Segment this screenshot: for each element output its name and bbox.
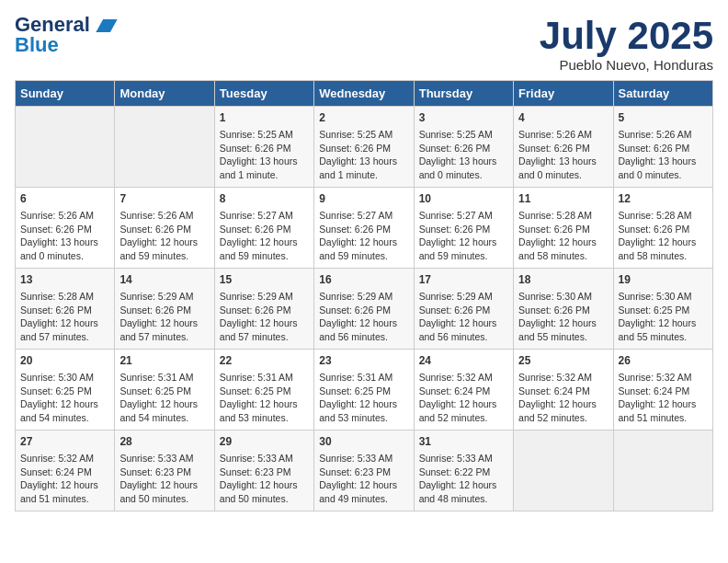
day-cell-12: 12Sunrise: 5:28 AMSunset: 6:26 PMDayligh…: [613, 188, 712, 269]
sunrise-text: Sunrise: 5:31 AM: [119, 372, 193, 383]
sunset-text: Sunset: 6:25 PM: [119, 385, 191, 396]
daylight-text: Daylight: 12 hours and 49 minutes.: [319, 479, 397, 504]
sunset-text: Sunset: 6:22 PM: [419, 466, 491, 477]
day-cell-26: 26Sunrise: 5:32 AMSunset: 6:24 PMDayligh…: [613, 350, 712, 431]
day-cell-1: 1Sunrise: 5:25 AMSunset: 6:26 PMDaylight…: [214, 107, 313, 188]
day-number: 1: [220, 110, 309, 126]
day-number: 13: [20, 272, 109, 288]
header-friday: Friday: [514, 81, 613, 107]
day-number: 23: [319, 353, 408, 369]
day-number: 24: [419, 353, 508, 369]
sunrise-text: Sunrise: 5:30 AM: [619, 291, 692, 302]
daylight-text: Daylight: 12 hours and 58 minutes.: [518, 236, 597, 261]
sunset-text: Sunset: 6:26 PM: [419, 143, 491, 154]
week-row-4: 20Sunrise: 5:30 AMSunset: 6:25 PMDayligh…: [16, 350, 713, 431]
sunrise-text: Sunrise: 5:26 AM: [619, 129, 692, 140]
sunset-text: Sunset: 6:23 PM: [319, 466, 391, 477]
day-cell-19: 19Sunrise: 5:30 AMSunset: 6:25 PMDayligh…: [613, 269, 712, 350]
sunrise-text: Sunrise: 5:26 AM: [119, 210, 193, 221]
sunrise-text: Sunrise: 5:29 AM: [220, 291, 293, 302]
svg-marker-0: [96, 19, 117, 32]
empty-cell: [613, 431, 712, 511]
daylight-text: Daylight: 12 hours and 59 minutes.: [319, 236, 397, 261]
sunrise-text: Sunrise: 5:29 AM: [119, 291, 193, 302]
day-cell-7: 7Sunrise: 5:26 AMSunset: 6:26 PMDaylight…: [115, 188, 214, 269]
day-cell-23: 23Sunrise: 5:31 AMSunset: 6:25 PMDayligh…: [314, 350, 414, 431]
sunrise-text: Sunrise: 5:32 AM: [419, 372, 493, 383]
day-cell-28: 28Sunrise: 5:33 AMSunset: 6:23 PMDayligh…: [115, 431, 214, 511]
sunrise-text: Sunrise: 5:32 AM: [619, 372, 692, 383]
daylight-text: Daylight: 12 hours and 57 minutes.: [220, 317, 298, 342]
day-number: 3: [419, 110, 508, 126]
daylight-text: Daylight: 12 hours and 48 minutes.: [419, 479, 497, 504]
sunrise-text: Sunrise: 5:33 AM: [419, 453, 493, 464]
sunset-text: Sunset: 6:26 PM: [619, 143, 690, 154]
sunset-text: Sunset: 6:24 PM: [518, 385, 590, 396]
day-cell-16: 16Sunrise: 5:29 AMSunset: 6:26 PMDayligh…: [314, 269, 414, 350]
day-number: 28: [119, 434, 209, 450]
sunset-text: Sunset: 6:26 PM: [518, 143, 590, 154]
sunrise-text: Sunrise: 5:28 AM: [20, 291, 94, 302]
sunset-text: Sunset: 6:26 PM: [419, 304, 491, 316]
sunrise-text: Sunrise: 5:31 AM: [220, 372, 293, 383]
sunrise-text: Sunrise: 5:26 AM: [518, 129, 592, 140]
day-cell-3: 3Sunrise: 5:25 AMSunset: 6:26 PMDaylight…: [414, 107, 513, 188]
day-cell-9: 9Sunrise: 5:27 AMSunset: 6:26 PMDaylight…: [314, 188, 414, 269]
day-number: 21: [119, 353, 209, 369]
day-number: 5: [619, 110, 708, 126]
sunrise-text: Sunrise: 5:30 AM: [518, 291, 592, 302]
day-number: 20: [20, 353, 109, 369]
sunset-text: Sunset: 6:26 PM: [518, 304, 590, 316]
daylight-text: Daylight: 12 hours and 51 minutes.: [619, 398, 697, 423]
sunset-text: Sunset: 6:26 PM: [119, 224, 191, 235]
day-number: 19: [619, 272, 708, 288]
daylight-text: Daylight: 12 hours and 54 minutes.: [119, 398, 198, 423]
sunrise-text: Sunrise: 5:25 AM: [220, 129, 293, 140]
sunset-text: Sunset: 6:25 PM: [220, 385, 291, 396]
day-number: 25: [518, 353, 608, 369]
logo: General Blue: [15, 15, 118, 55]
sunset-text: Sunset: 6:26 PM: [119, 304, 191, 316]
header-saturday: Saturday: [613, 81, 712, 107]
sunrise-text: Sunrise: 5:29 AM: [319, 291, 392, 302]
day-number: 16: [319, 272, 408, 288]
day-number: 6: [20, 191, 109, 207]
day-number: 7: [119, 191, 209, 207]
daylight-text: Daylight: 12 hours and 57 minutes.: [119, 317, 198, 342]
day-cell-20: 20Sunrise: 5:30 AMSunset: 6:25 PMDayligh…: [16, 350, 115, 431]
sunset-text: Sunset: 6:26 PM: [319, 304, 391, 316]
sunrise-text: Sunrise: 5:27 AM: [419, 210, 493, 221]
day-number: 14: [119, 272, 209, 288]
day-cell-5: 5Sunrise: 5:26 AMSunset: 6:26 PMDaylight…: [613, 107, 712, 188]
header-thursday: Thursday: [414, 81, 513, 107]
day-number: 9: [319, 191, 408, 207]
header-sunday: Sunday: [16, 81, 115, 107]
day-cell-21: 21Sunrise: 5:31 AMSunset: 6:25 PMDayligh…: [115, 350, 214, 431]
sunrise-text: Sunrise: 5:25 AM: [419, 129, 493, 140]
sunrise-text: Sunrise: 5:28 AM: [518, 210, 592, 221]
header: General Blue July 2025 Pueblo Nuevo, Hon…: [15, 15, 713, 73]
sunset-text: Sunset: 6:26 PM: [619, 224, 690, 235]
calendar-table: SundayMondayTuesdayWednesdayThursdayFrid…: [15, 80, 713, 511]
logo-general: General: [15, 15, 118, 35]
sunrise-text: Sunrise: 5:31 AM: [319, 372, 392, 383]
day-cell-13: 13Sunrise: 5:28 AMSunset: 6:26 PMDayligh…: [16, 269, 115, 350]
week-row-3: 13Sunrise: 5:28 AMSunset: 6:26 PMDayligh…: [16, 269, 713, 350]
day-cell-25: 25Sunrise: 5:32 AMSunset: 6:24 PMDayligh…: [514, 350, 613, 431]
daylight-text: Daylight: 13 hours and 1 minute.: [319, 155, 397, 180]
day-cell-4: 4Sunrise: 5:26 AMSunset: 6:26 PMDaylight…: [514, 107, 613, 188]
week-row-1: 1Sunrise: 5:25 AMSunset: 6:26 PMDaylight…: [16, 107, 713, 188]
daylight-text: Daylight: 12 hours and 56 minutes.: [319, 317, 397, 342]
header-tuesday: Tuesday: [214, 81, 313, 107]
day-cell-24: 24Sunrise: 5:32 AMSunset: 6:24 PMDayligh…: [414, 350, 513, 431]
sunset-text: Sunset: 6:25 PM: [20, 385, 92, 396]
subtitle: Pueblo Nuevo, Honduras: [540, 57, 713, 73]
sunset-text: Sunset: 6:25 PM: [319, 385, 391, 396]
daylight-text: Daylight: 12 hours and 53 minutes.: [319, 398, 397, 423]
sunset-text: Sunset: 6:26 PM: [419, 224, 491, 235]
sunset-text: Sunset: 6:24 PM: [619, 385, 690, 396]
day-number: 12: [619, 191, 708, 207]
sunrise-text: Sunrise: 5:33 AM: [220, 453, 293, 464]
day-cell-15: 15Sunrise: 5:29 AMSunset: 6:26 PMDayligh…: [214, 269, 313, 350]
sunrise-text: Sunrise: 5:33 AM: [119, 453, 193, 464]
